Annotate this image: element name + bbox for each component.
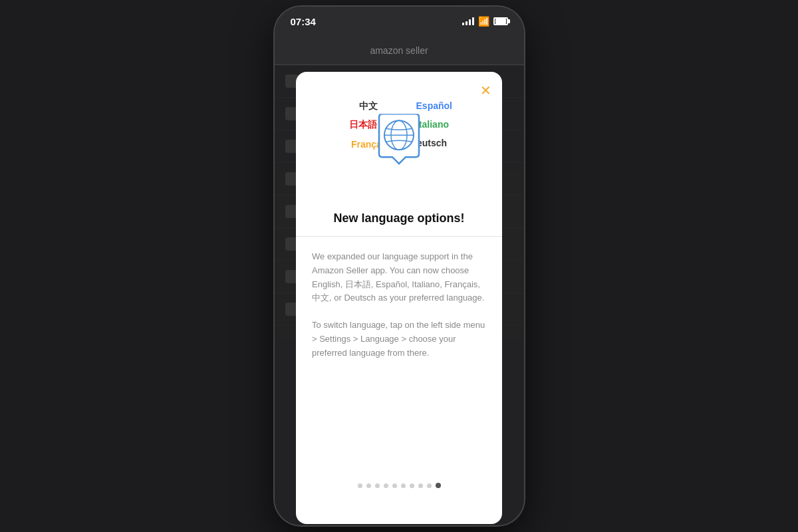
time-label: 07:34	[291, 16, 316, 27]
app-content: amazon seller Pro... 0.0...	[275, 36, 524, 525]
dot-9	[427, 483, 432, 488]
phone-frame: 07:34 📶 amazon seller Pro...	[275, 7, 524, 525]
dot-6	[401, 483, 406, 488]
globe-bubble: 中文 日本語 Français Español Italiano Deutsch	[346, 94, 452, 197]
modal-title: New language options!	[296, 205, 502, 236]
dot-8	[418, 483, 423, 488]
close-button[interactable]: ✕	[480, 82, 491, 98]
dot-1	[358, 483, 362, 488]
modal-pagination-dots	[296, 469, 502, 504]
modal-body-text-2: To switch language, tap on the left side…	[312, 319, 486, 360]
app-body: Pro... 0.0...	[275, 65, 524, 525]
language-label-spanish: Español	[416, 100, 452, 111]
modal-body: We expanded our language support in the …	[296, 250, 502, 360]
dot-2	[366, 483, 371, 488]
dot-3	[375, 483, 380, 488]
home-indicator	[359, 517, 439, 520]
modal-divider	[296, 236, 502, 237]
app-title: amazon seller	[370, 45, 428, 56]
modal-body-text-1: We expanded our language support in the …	[312, 250, 486, 305]
modal-illustration: 中文 日本語 Français Español Italiano Deutsch	[296, 72, 502, 205]
dot-5	[392, 483, 397, 488]
app-header: amazon seller	[275, 36, 524, 65]
battery-icon	[493, 17, 508, 25]
status-bar: 07:34 📶	[275, 7, 524, 36]
dot-10-active	[436, 483, 441, 488]
language-label-chinese: 中文	[359, 100, 378, 112]
wifi-icon: 📶	[478, 16, 489, 27]
modal-overlay: ✕ 中文 日本語 Français Español Italiano Deuts…	[275, 65, 524, 525]
dot-4	[384, 483, 388, 488]
globe-icon	[372, 114, 426, 174]
dot-7	[410, 483, 414, 488]
signal-icon	[462, 17, 474, 25]
status-icons: 📶	[462, 16, 508, 27]
language-modal: ✕ 中文 日本語 Français Español Italiano Deuts…	[296, 72, 502, 524]
